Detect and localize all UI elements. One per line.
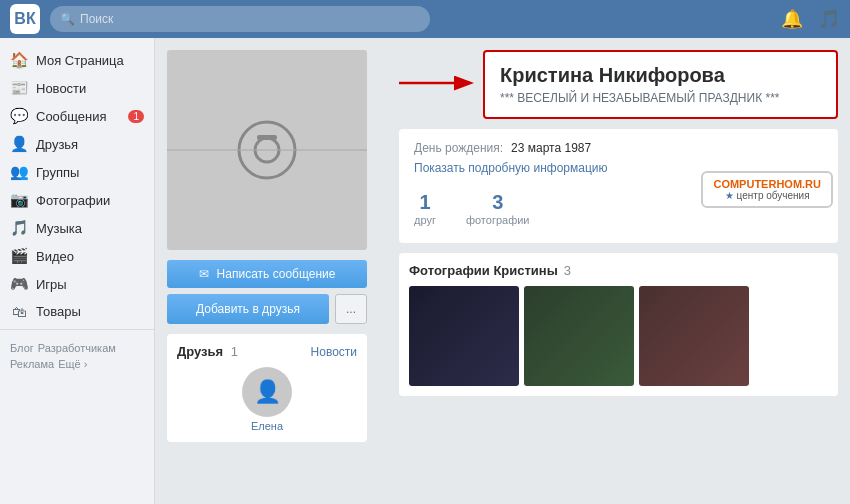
games-icon: 🎮 [10, 275, 28, 293]
profile-avatar[interactable] [167, 50, 367, 250]
photos-section: Фотографии Кристины 3 [399, 253, 838, 396]
footer-dev[interactable]: Разработчикам [38, 342, 116, 354]
photos-grid [409, 286, 828, 386]
write-message-button[interactable]: ✉ Написать сообщение [167, 260, 367, 288]
vk-logo[interactable]: ВК [10, 4, 40, 34]
sidebar-item-music[interactable]: 🎵 Музыка [0, 214, 154, 242]
content-area: ✉ Написать сообщение Добавить в друзья .… [155, 38, 850, 504]
friends-section: Друзья 1 Новости 👤 Елена [167, 334, 367, 442]
sidebar-item-photos[interactable]: 📷 Фотографии [0, 186, 154, 214]
profile-status: *** ВЕСЕЛЫЙ И НЕЗАБЫВАЕМЫЙ ПРАЗДНИК *** [500, 91, 821, 105]
photo-thumb-2[interactable] [524, 286, 634, 386]
photos-stat-label: фотографии [466, 214, 530, 226]
friend-name[interactable]: Елена [251, 420, 283, 432]
friends-stat-label: друг [414, 214, 436, 226]
sidebar-item-news[interactable]: 📰 Новости [0, 74, 154, 102]
sidebar-footer: Блог Разработчикам Реклама Ещё › [0, 334, 154, 378]
stats-row: 1 друг 3 фотографии [414, 181, 823, 231]
friend-item[interactable]: 👤 Елена [177, 367, 357, 432]
friends-section-title: Друзья 1 [177, 344, 238, 359]
add-friend-button[interactable]: Добавить в друзья [167, 294, 329, 324]
goods-icon: 🛍 [10, 303, 28, 320]
footer-ads[interactable]: Реклама [10, 358, 54, 370]
photos-stat-number: 3 [466, 191, 530, 214]
groups-icon: 👥 [10, 163, 28, 181]
action-buttons: ✉ Написать сообщение Добавить в друзья .… [167, 260, 367, 324]
message-btn-icon: ✉ [199, 267, 209, 281]
stats-watermark-container: 1 друг 3 фотографии COMPUTERHOM.RU ★ цен… [414, 181, 823, 231]
sidebar-item-messages[interactable]: 💬 Сообщения 1 [0, 102, 154, 130]
main-layout: 🏠 Моя Страница 📰 Новости 💬 Сообщения 1 👤… [0, 38, 850, 504]
search-input[interactable] [80, 12, 420, 26]
friends-stat-number: 1 [414, 191, 436, 214]
photos-section-title: Фотографии Кристины [409, 263, 558, 278]
birthday-label: День рождения: [414, 141, 503, 155]
profile-header-container: Кристина Никифорова *** ВЕСЕЛЫЙ И НЕЗАБЫ… [399, 50, 838, 119]
top-navigation: ВК 🔍 🔔 🎵 [0, 0, 850, 38]
add-friend-row: Добавить в друзья ... [167, 294, 367, 324]
profile-name: Кристина Никифорова [500, 64, 821, 87]
friends-stat: 1 друг [414, 191, 436, 226]
sidebar-item-my-page[interactable]: 🏠 Моя Страница [0, 46, 154, 74]
music-icon: 🎵 [10, 219, 28, 237]
svg-rect-2 [257, 135, 277, 140]
avatar-divider-line [167, 150, 367, 151]
photos-header: Фотографии Кристины 3 [409, 263, 828, 278]
search-bar[interactable]: 🔍 [50, 6, 430, 32]
video-icon: 🎬 [10, 247, 28, 265]
info-section: День рождения: 23 марта 1987 Показать по… [399, 129, 838, 243]
friends-icon: 👤 [10, 135, 28, 153]
more-button[interactable]: ... [335, 294, 367, 324]
right-column: Кристина Никифорова *** ВЕСЕЛЫЙ И НЕЗАБЫ… [399, 50, 838, 492]
friends-count: 1 [231, 344, 238, 359]
sidebar-item-games[interactable]: 🎮 Игры [0, 270, 154, 298]
music-nav-icon[interactable]: 🎵 [818, 8, 840, 30]
sidebar-item-groups[interactable]: 👥 Группы [0, 158, 154, 186]
home-icon: 🏠 [10, 51, 28, 69]
sidebar-divider [0, 329, 154, 330]
friends-header: Друзья 1 Новости [177, 344, 357, 359]
show-info-link[interactable]: Показать подробную информацию [414, 161, 608, 175]
footer-more[interactable]: Ещё › [58, 358, 87, 370]
friends-news-link[interactable]: Новости [311, 345, 357, 359]
notifications-icon[interactable]: 🔔 [781, 8, 803, 30]
photos-section-count: 3 [564, 263, 571, 278]
photos-icon: 📷 [10, 191, 28, 209]
show-info-row: Показать подробную информацию [414, 161, 823, 175]
messages-badge: 1 [128, 110, 144, 123]
red-arrow-icon [399, 68, 479, 98]
photos-stat: 3 фотографии [466, 191, 530, 226]
friend-avatar: 👤 [242, 367, 292, 417]
arrow-container [399, 68, 479, 98]
sidebar-item-goods[interactable]: 🛍 Товары [0, 298, 154, 325]
profile-header: Кристина Никифорова *** ВЕСЕЛЫЙ И НЕЗАБЫ… [483, 50, 838, 119]
photo-thumb-1[interactable] [409, 286, 519, 386]
left-column: ✉ Написать сообщение Добавить в друзья .… [167, 50, 387, 492]
sidebar-item-friends[interactable]: 👤 Друзья [0, 130, 154, 158]
sidebar-item-video[interactable]: 🎬 Видео [0, 242, 154, 270]
news-icon: 📰 [10, 79, 28, 97]
messages-icon: 💬 [10, 107, 28, 125]
birthday-row: День рождения: 23 марта 1987 [414, 141, 823, 155]
birthday-value: 23 марта 1987 [511, 141, 591, 155]
sidebar: 🏠 Моя Страница 📰 Новости 💬 Сообщения 1 👤… [0, 38, 155, 504]
search-icon: 🔍 [60, 12, 75, 26]
footer-blog[interactable]: Блог [10, 342, 34, 354]
nav-icons: 🔔 🎵 [781, 8, 840, 30]
photo-thumb-3[interactable] [639, 286, 749, 386]
